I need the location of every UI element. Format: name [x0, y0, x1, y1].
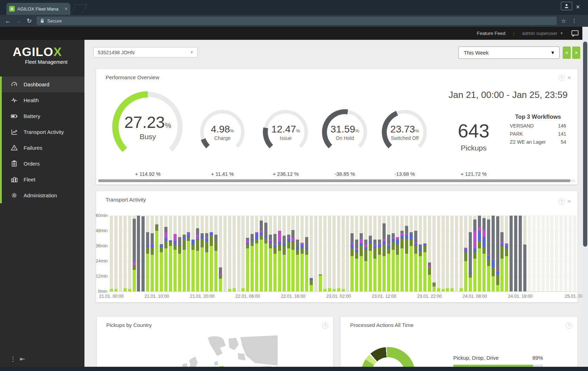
bar-segment-lime [301, 254, 304, 292]
bar-segment-blue [405, 235, 408, 239]
bar-segment-gray [178, 237, 181, 245]
bar-segment-olive [319, 274, 322, 276]
forward-icon[interactable]: → [16, 18, 22, 24]
europe-map[interactable] [164, 335, 283, 367]
address-bar[interactable]: Secure [37, 17, 557, 25]
card-title: Pickups by Country [106, 322, 152, 328]
help-icon[interactable]: ? [558, 198, 565, 205]
bar-segment-lime [233, 288, 236, 291]
browser-menu-icon[interactable]: ⋮ [572, 18, 577, 24]
bar-segment-lime [128, 289, 131, 291]
bar-segment-lime [291, 250, 295, 291]
bar-track [124, 216, 127, 291]
bar-segment-blue [473, 248, 476, 252]
bar-segment-lime [387, 254, 390, 292]
legend-label: Pickup, Drop, Drive [453, 355, 499, 361]
bar-segment-gray [373, 240, 377, 245]
previous-period-button[interactable]: < [563, 47, 571, 59]
bar-segment-lime [405, 254, 408, 292]
next-period-button[interactable]: > [572, 47, 580, 59]
sidebar-item-fleet[interactable]: Fleet [2, 172, 84, 187]
workflow-row: Z2 WE an Lager54 [510, 139, 566, 145]
change-percentage: -13.68 % [394, 171, 415, 177]
collapse-sidebar-icon[interactable]: ⇤ [20, 355, 25, 363]
bar-segment-gray [500, 232, 504, 242]
bar-segment-gray [196, 228, 199, 235]
bar-segment-blue [196, 239, 199, 240]
browser-tab[interactable]: A AGILOX Fleet Mana × [6, 3, 70, 15]
bar-segment-blue [205, 239, 208, 241]
drag-dots-icon[interactable]: ⋮ [10, 355, 16, 363]
bar-segment-olive [369, 243, 372, 251]
window-close-icon[interactable]: ✕ [576, 4, 580, 10]
gauge-value: 27.23% [124, 113, 171, 132]
bar-segment-gray [400, 231, 404, 233]
bar-segment-blue [469, 272, 472, 274]
help-icon[interactable]: ? [322, 322, 328, 329]
bar-segment-lime [164, 248, 167, 291]
page-scrollbar[interactable] [582, 27, 588, 371]
sidebar-item-dashboard[interactable]: Dashboard [2, 76, 84, 92]
scrollbar-thumb[interactable] [98, 179, 570, 182]
workflow-count: 141 [558, 131, 566, 137]
bar-segment-magenta [278, 231, 281, 242]
feedback-chat-icon[interactable] [571, 30, 579, 37]
new-tab-button[interactable] [71, 4, 87, 13]
bar-segment-blue [310, 278, 313, 280]
reload-icon[interactable]: ↻ [27, 18, 32, 24]
gauge-value-block: 31.59%On Hold [330, 124, 359, 141]
bar-segment-gray [264, 223, 267, 236]
bar-segment-magenta [173, 234, 177, 241]
page-scrollbar-thumb[interactable] [583, 42, 587, 247]
period-select-value: This Week [464, 50, 489, 56]
bar-segment-magenta [396, 237, 399, 240]
period-select[interactable]: This Week ▼ [459, 47, 559, 59]
donut-legend: Pickup, Drop, Drive 89% [453, 355, 543, 367]
bar-segment-gray [305, 237, 308, 247]
help-icon[interactable]: ? [566, 322, 572, 329]
sidebar-item-transport[interactable]: Transport Activity [2, 124, 84, 140]
y-axis-tick: 0min [96, 289, 107, 294]
close-card-icon[interactable]: ✕ [567, 75, 571, 81]
sidebar-item-failures[interactable]: Failures [2, 140, 84, 156]
sidebar-item-health[interactable]: Health [2, 92, 84, 108]
machine-select-value: 53521498 JOHN [98, 50, 134, 55]
bar-segment-olive [305, 250, 308, 255]
sidebar-item-administration[interactable]: Administration [2, 187, 84, 203]
bar-segment-magenta [500, 242, 504, 243]
back-icon[interactable]: ← [5, 18, 11, 24]
bar-segment-lime [191, 250, 195, 291]
close-card-icon[interactable]: ✕ [567, 198, 571, 205]
bar-segment-lime [278, 251, 281, 291]
sidebar-item-battery[interactable]: Battery [2, 108, 84, 124]
feature-feed-link[interactable]: Feature Feed [477, 31, 505, 36]
card-title: Processed Actions All Time [350, 322, 413, 328]
user-menu[interactable]: admin superuser ▼ [522, 31, 563, 36]
bar-segment-olive [205, 241, 208, 252]
card-horizontal-scrollbar[interactable] [98, 179, 575, 182]
bar-segment-gray [269, 235, 272, 240]
help-icon[interactable]: ? [558, 75, 565, 81]
bar-segment-lime [214, 251, 217, 291]
bar-track [128, 216, 131, 291]
bookmark-star-icon[interactable]: ☆ [561, 18, 566, 24]
bar-segment-lime [446, 288, 449, 291]
bar-segment-olive [428, 267, 431, 275]
machine-select[interactable]: 53521498 JOHN ▼ [93, 47, 197, 57]
bar-segment-olive [473, 252, 476, 259]
bar-segment-blue [355, 250, 358, 252]
transport-activity-chart[interactable]: 60min48min36min24min12min0min21.01. 00:0… [109, 216, 577, 291]
bar-segment-lime [337, 288, 340, 291]
failures-icon [11, 144, 18, 152]
bar-segment-gray [523, 245, 526, 291]
bar-segment-lime [323, 289, 327, 291]
bar-segment-blue [251, 239, 254, 241]
bar-segment-olive [201, 239, 204, 247]
tab-close-icon[interactable]: × [65, 6, 68, 11]
x-axis-tick: 21.01. 00:00 [99, 294, 124, 299]
bar-segment-olive [264, 239, 267, 243]
browser-profile-button[interactable] [561, 2, 572, 10]
bar-segment-lime [350, 256, 354, 291]
bar-segment-olive [496, 275, 499, 285]
sidebar-item-orders[interactable]: Orders [2, 156, 84, 172]
